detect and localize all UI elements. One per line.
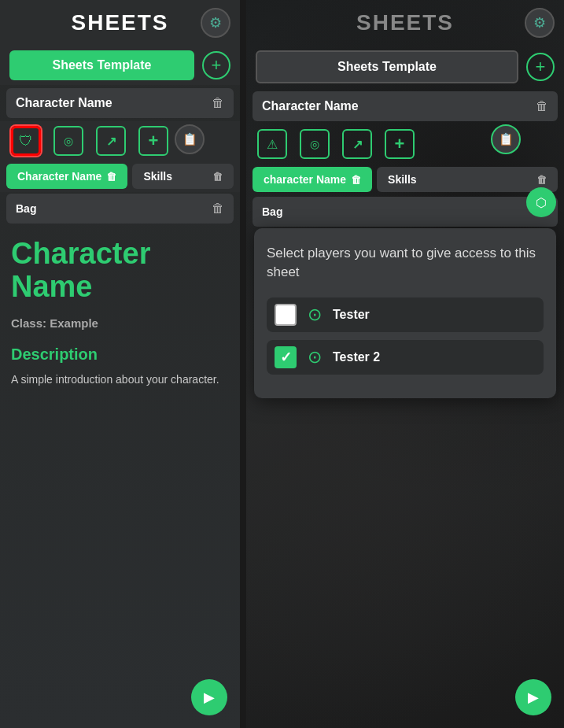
right-tab-character-name[interactable]: character Name 🗑 [253, 167, 372, 192]
right-bag-row[interactable]: Bag 🗑 [253, 197, 558, 227]
left-eye-button[interactable]: ◎ [53, 126, 83, 156]
player-row-2[interactable]: ✓ ⊙ Tester 2 [267, 340, 544, 375]
left-add-icon-button[interactable]: + [138, 126, 168, 156]
plus-icon: + [149, 131, 159, 151]
right-tab-char-label: character Name [264, 173, 346, 186]
left-char-trash-icon[interactable]: 🗑 [212, 96, 224, 110]
left-desc-text: A simple introduction about your charact… [11, 371, 229, 388]
player-1-icon: ⊙ [308, 305, 322, 325]
access-popup: Select players you want to give access t… [254, 228, 556, 398]
right-eye-button[interactable]: ◎ [300, 129, 330, 159]
eye-icon-right: ◎ [310, 138, 319, 150]
left-char-main-name: Character Name [11, 238, 229, 304]
journal-icon-right: 📋 [499, 132, 514, 146]
left-char-name-row[interactable]: Character Name 🗑 [6, 88, 234, 118]
left-template-row: Sheets Template + [0, 46, 240, 85]
left-tab-skills[interactable]: Skills 🗑 [132, 164, 234, 189]
left-title: SHEETS [39, 10, 201, 35]
gear-icon: ⚙ [209, 14, 222, 31]
right-skills-trash-icon[interactable]: 🗑 [536, 174, 547, 186]
check-icon: ✓ [280, 349, 292, 366]
right-title: SHEETS [286, 10, 525, 35]
player-1-checkbox[interactable] [275, 304, 297, 326]
left-tab-trash-icon[interactable]: 🗑 [106, 171, 116, 183]
left-bag-label: Bag [16, 202, 36, 215]
right-template-row: Sheets Template + [246, 46, 564, 88]
right-journal-button[interactable]: 📋 [491, 124, 521, 154]
gear-icon-right: ⚙ [533, 14, 546, 31]
right-add-template-button[interactable]: + [526, 53, 555, 81]
right-header: SHEETS ⚙ [246, 0, 564, 46]
right-char-name-row[interactable]: Character Name 🗑 [253, 91, 558, 121]
right-tabs-row: character Name 🗑 Skills 🗑 [246, 164, 564, 195]
player-row-1[interactable]: ⊙ Tester [267, 297, 544, 332]
share-icon-right: ↗ [352, 137, 363, 152]
left-open-button[interactable]: ↗ [96, 126, 126, 156]
left-bag-row[interactable]: Bag 🗑 [6, 194, 234, 224]
right-template-button[interactable]: Sheets Template [256, 50, 518, 83]
right-add-icon-button[interactable]: + [385, 129, 415, 159]
left-gear-button[interactable]: ⚙ [201, 8, 230, 38]
left-class-label: Class: [11, 316, 46, 330]
shield-icon: 🛡 [19, 133, 33, 150]
right-open-button[interactable]: ↗ [342, 129, 372, 159]
d20-icon-right: ⬡ [536, 195, 547, 210]
send-icon: ▶ [204, 689, 215, 706]
left-skills-trash-icon[interactable]: 🗑 [212, 171, 223, 183]
right-panel: SHEETS ⚙ Sheets Template + Character Nam… [246, 0, 564, 728]
right-send-button[interactable]: ▶ [515, 679, 551, 715]
left-header: SHEETS ⚙ [0, 0, 240, 46]
right-char-trash-icon[interactable]: 🗑 [536, 99, 548, 113]
player-2-name: Tester 2 [333, 350, 380, 364]
right-bag-label: Bag [262, 205, 282, 218]
eye-icon: ◎ [64, 135, 73, 147]
player-2-checkbox[interactable]: ✓ [275, 346, 297, 368]
shield-icon-right: ⚠ [267, 137, 278, 152]
left-char-content: Character Name Class: Example Descriptio… [0, 225, 240, 728]
right-panel-content: SHEETS ⚙ Sheets Template + Character Nam… [246, 0, 564, 728]
left-journal-button[interactable]: 📋 [175, 124, 205, 154]
plus-icon-right2: + [395, 134, 405, 154]
left-share-access-button[interactable]: 🛡 [11, 126, 41, 156]
left-panel: SHEETS ⚙ Sheets Template + Character Nam… [0, 0, 240, 728]
send-icon-right: ▶ [528, 689, 539, 706]
left-send-button[interactable]: ▶ [191, 679, 227, 715]
left-tab-char-label: Character Name [17, 170, 101, 183]
left-tab-skills-label: Skills [143, 170, 172, 183]
plus-icon-right: + [536, 57, 546, 77]
panel-divider [240, 0, 246, 728]
right-gear-button[interactable]: ⚙ [525, 8, 555, 38]
left-char-name-label: Character Name [16, 96, 112, 110]
left-tab-character-name[interactable]: Character Name 🗑 [6, 164, 127, 189]
left-template-button[interactable]: Sheets Template [9, 50, 194, 80]
left-bag-trash-icon[interactable]: 🗑 [212, 201, 224, 216]
right-d20-button[interactable]: ⬡ [526, 187, 556, 217]
right-tab-trash-icon[interactable]: 🗑 [351, 174, 361, 186]
access-popup-text: Select players you want to give access t… [267, 244, 544, 282]
player-2-icon: ⊙ [308, 347, 322, 368]
left-char-class: Class: Example [11, 316, 229, 330]
plus-icon: + [212, 55, 222, 76]
left-add-template-button[interactable]: + [202, 51, 230, 79]
right-shield-button[interactable]: ⚠ [257, 129, 287, 159]
left-tabs-row: Character Name 🗑 Skills 🗑 [0, 161, 240, 192]
left-desc-title: Description [11, 346, 229, 364]
left-class-value: Example [50, 316, 98, 330]
player-1-name: Tester [333, 308, 370, 322]
right-char-name-label: Character Name [262, 99, 359, 113]
share-icon: ↗ [106, 134, 116, 149]
journal-icon: 📋 [182, 132, 197, 146]
right-tab-skills-label: Skills [388, 173, 417, 186]
